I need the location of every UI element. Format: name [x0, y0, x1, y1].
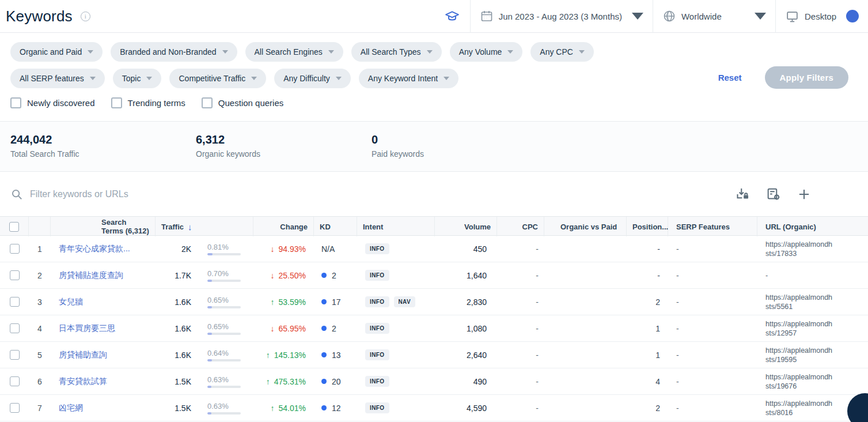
organic-keywords-stat: 6,312 Organic keywords: [196, 133, 372, 171]
table-toolbar: [0, 172, 868, 216]
traffic-column-header[interactable]: Traffic↓: [156, 217, 253, 236]
export-icon[interactable]: [735, 186, 751, 202]
serp-features-value: -: [668, 297, 757, 307]
url-organic[interactable]: https://applealmondhsts/17833: [757, 240, 868, 258]
keyword-link[interactable]: 女兒牆: [59, 297, 83, 306]
keyword-link[interactable]: 青安貸款試算: [59, 376, 107, 386]
traffic-value: 1.6K: [156, 324, 191, 333]
checkbox-icon[interactable]: [10, 97, 21, 108]
kd-value: 13: [314, 351, 357, 360]
keyword-link[interactable]: 房貸補貼進度查詢: [59, 270, 123, 280]
apply-filters-button[interactable]: Apply Filters: [765, 66, 848, 89]
filter-difficulty[interactable]: Any Difficulty: [274, 69, 351, 88]
traffic-share: 0.65%: [207, 296, 241, 304]
info-icon[interactable]: [81, 12, 90, 21]
newly-discovered-checkbox[interactable]: Newly discovered: [10, 97, 95, 108]
filter-competitive-traffic[interactable]: Competitive Traffic: [169, 69, 266, 88]
checkbox-icon[interactable]: [111, 97, 122, 108]
keyword-link[interactable]: 凶宅網: [59, 403, 83, 412]
checkbox-icon[interactable]: [202, 97, 213, 108]
chevron-down-icon: [328, 50, 334, 54]
intent-column-header[interactable]: Intent: [357, 217, 435, 236]
change-value: ↓65.95%: [271, 324, 306, 333]
position-value: 1: [627, 324, 668, 333]
sort-desc-icon[interactable]: ↓: [188, 222, 192, 232]
arrow-up-icon: ↑: [266, 377, 270, 386]
trending-terms-checkbox[interactable]: Trending terms: [111, 97, 185, 108]
device-toggle[interactable]: [846, 10, 859, 22]
row-checkbox[interactable]: [10, 244, 20, 254]
organic-vs-paid-column-header[interactable]: Organic vs Paid: [544, 217, 627, 236]
serp-features-column-header[interactable]: SERP Features: [668, 217, 757, 236]
filter-search-types[interactable]: All Search Types: [351, 42, 442, 62]
filter-cpc[interactable]: Any CPC: [530, 42, 594, 62]
row-checkbox[interactable]: [10, 350, 20, 360]
serp-features-value: -: [668, 324, 757, 333]
filter-volume[interactable]: Any Volume: [450, 42, 523, 62]
traffic-share: 0.81%: [207, 243, 241, 251]
row-rank: 2: [29, 271, 51, 280]
search-input[interactable]: [30, 189, 376, 199]
url-organic-column-header[interactable]: URL (Organic): [757, 217, 868, 236]
add-icon[interactable]: [797, 187, 812, 202]
manage-columns-icon[interactable]: [765, 186, 782, 202]
row-checkbox[interactable]: [10, 297, 20, 307]
kd-dot-icon: [321, 299, 327, 304]
url-organic: -: [757, 271, 868, 280]
volume-column-header[interactable]: Volume: [435, 217, 497, 236]
keyword-link[interactable]: 青年安心成家貸款...: [59, 244, 130, 253]
filter-organic-paid[interactable]: Organic and Paid: [10, 42, 103, 62]
search-terms-column-header[interactable]: Search Terms (6,312): [51, 217, 156, 236]
chevron-down-icon: [444, 77, 449, 80]
url-organic[interactable]: https://applealmondhsts/12957: [757, 319, 868, 338]
url-organic[interactable]: https://applealmondhsts/19595: [757, 346, 868, 364]
filter-branded[interactable]: Branded and Non-Branded: [111, 42, 237, 62]
paid-keywords-stat: 0 Paid keywords: [372, 133, 424, 171]
position-value: 4: [627, 377, 668, 386]
arrow-up-icon: ↑: [266, 351, 270, 360]
intent-badge: INFO: [365, 349, 389, 360]
kd-column-header[interactable]: KD: [314, 217, 357, 236]
traffic-share-bar: [207, 359, 241, 361]
keyword-link[interactable]: 房貸補助查詢: [59, 350, 107, 359]
row-checkbox[interactable]: [10, 323, 20, 333]
traffic-value: 1.6K: [156, 351, 191, 360]
serp-features-value: -: [668, 404, 757, 413]
kd-value: 12: [314, 404, 357, 413]
traffic-share: 0.63%: [207, 402, 241, 410]
row-rank: 3: [29, 297, 51, 307]
change-column-header[interactable]: Change: [253, 217, 314, 236]
filter-serp-features[interactable]: All SERP features: [10, 69, 105, 88]
row-checkbox[interactable]: [10, 403, 20, 413]
region-selector[interactable]: Worldwide: [653, 0, 775, 33]
reset-button[interactable]: Reset: [718, 73, 742, 82]
question-queries-checkbox[interactable]: Question queries: [202, 97, 283, 108]
filter-keyword-intent[interactable]: Any Keyword Intent: [359, 69, 458, 88]
position-value: 1: [627, 351, 668, 360]
filter-topic[interactable]: Topic: [113, 69, 162, 88]
keyword-link[interactable]: 日本買房要三思: [59, 323, 115, 333]
kd-value: 20: [314, 377, 357, 386]
cpc-column-header[interactable]: CPC: [497, 217, 544, 236]
filter-search-engines[interactable]: All Search Engines: [245, 42, 343, 62]
chevron-down-icon: [632, 13, 643, 20]
academy-icon[interactable]: [441, 9, 470, 24]
device-label: Desktop: [805, 12, 836, 21]
row-checkbox[interactable]: [10, 376, 20, 386]
cpc-value: -: [497, 271, 544, 280]
url-organic[interactable]: https://applealmondhsts/19676: [757, 372, 868, 391]
serp-features-value: -: [668, 351, 757, 360]
total-search-traffic-stat: 244,042 Total Search Traffic: [10, 133, 196, 171]
position-column-header[interactable]: Position...: [627, 217, 668, 236]
filters-panel: Organic and Paid Branded and Non-Branded…: [0, 33, 868, 121]
url-organic[interactable]: https://applealmondhsts/5561: [757, 293, 868, 311]
row-checkbox[interactable]: [10, 270, 20, 280]
device-selector[interactable]: Desktop: [776, 0, 868, 33]
date-range-label: Jun 2023 - Aug 2023 (3 Months): [499, 12, 622, 21]
kd-value: N/A: [314, 244, 357, 254]
date-range-selector[interactable]: Jun 2023 - Aug 2023 (3 Months): [471, 0, 653, 33]
traffic-share-bar: [207, 412, 241, 415]
position-value: 2: [627, 404, 668, 413]
volume-value: 4,590: [435, 404, 497, 413]
select-all-checkbox[interactable]: [9, 222, 19, 232]
